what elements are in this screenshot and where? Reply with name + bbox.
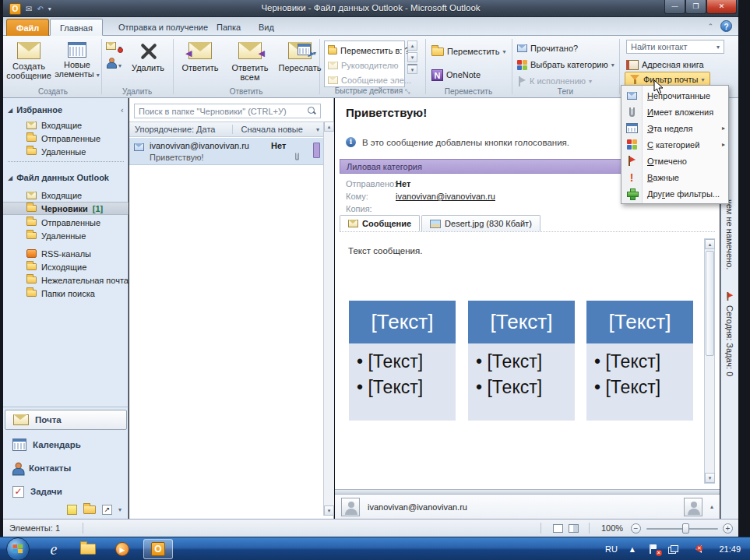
people-pane-splitter[interactable]	[335, 489, 720, 495]
scroll-down-icon[interactable]: ▾	[705, 473, 715, 483]
taskbar-explorer-icon[interactable]	[79, 541, 97, 558]
menu-item-unread[interactable]: Непрочитанные	[621, 87, 728, 104]
recipient-avatar[interactable]	[684, 498, 702, 516]
find-contact-input[interactable]: Найти контакт▾	[626, 40, 724, 54]
reading-view-icon[interactable]	[569, 524, 579, 533]
unread-read-button[interactable]: Прочитано?	[517, 41, 578, 56]
normal-view-icon[interactable]	[553, 524, 563, 533]
help-icon[interactable]: ?	[720, 20, 732, 32]
folder-inbox[interactable]: Входящие	[3, 188, 129, 202]
close-button[interactable]: ✕	[706, 0, 737, 14]
zoom-slider-handle[interactable]	[682, 523, 689, 534]
menu-item-has-attachments[interactable]: Имеет вложения	[621, 104, 728, 120]
quick-step-to-manager[interactable]: Руководителю	[328, 58, 398, 73]
nav-tasks[interactable]: ✓Задачи	[5, 481, 127, 502]
nav-options-icon[interactable]: ▾	[118, 506, 121, 513]
tab-home[interactable]: Главная	[50, 19, 103, 36]
tab-message[interactable]: Сообщение	[340, 215, 420, 231]
scroll-up-icon[interactable]: ▴	[705, 239, 715, 249]
folder-search[interactable]: Папки поиска	[3, 287, 129, 300]
menu-item-categorized[interactable]: С категорией▸	[621, 136, 728, 153]
quick-steps-down-icon[interactable]: ▾	[407, 52, 417, 62]
message-list-scrollbar[interactable]: ▴ ▾	[323, 122, 334, 516]
nav-calendar[interactable]: Календарь	[5, 435, 127, 455]
menu-item-more-filters[interactable]: Другие фильтры...	[621, 185, 728, 202]
fav-sent[interactable]: Отправленные	[3, 132, 129, 145]
fav-deleted[interactable]: Удаленные	[3, 145, 129, 158]
tab-attachment-desert[interactable]: Desert.jpg (830 Кбайт)	[421, 215, 540, 231]
categorize-button[interactable]: Выбрать категорию▾	[517, 57, 614, 72]
reading-scrollbar[interactable]: ▴ ▾	[704, 238, 715, 484]
search-icon[interactable]	[308, 107, 316, 115]
follow-up-button[interactable]: К исполнению▾	[517, 73, 592, 89]
folder-rss[interactable]: RSS-каналы	[3, 247, 129, 260]
sort-by-button[interactable]: Упорядочение: Дата	[129, 125, 215, 134]
message-list-item[interactable]: ivanovivan@ivanovivan.ru Нет Приветствую…	[129, 138, 323, 165]
volume-muted-icon[interactable]: ✕	[695, 537, 702, 560]
sort-direction-icon[interactable]: ▾	[316, 126, 319, 133]
notes-icon[interactable]	[67, 505, 77, 515]
collapse-ribbon-icon[interactable]: ⌃	[707, 23, 713, 30]
reply-button[interactable]: ◀ Ответить	[176, 39, 224, 89]
ignore-button[interactable]: ▾	[106, 42, 121, 51]
shortcuts-icon[interactable]: ↗	[102, 505, 112, 515]
menu-item-important[interactable]: !Важные	[621, 169, 728, 185]
folder-list-icon[interactable]	[83, 505, 96, 514]
folder-deleted[interactable]: Удаленные	[3, 229, 129, 242]
menu-item-flagged[interactable]: Отмечено	[621, 153, 728, 169]
block-sender-button[interactable]: ▾	[106, 58, 121, 69]
new-email-button[interactable]: Создать сообщение	[5, 39, 53, 89]
zoom-out-icon[interactable]: −	[631, 523, 641, 534]
taskbar-ie-icon[interactable]: e	[45, 541, 62, 558]
quick-steps-up-icon[interactable]: ▴	[407, 41, 417, 51]
quick-step-team-email[interactable]: Сообщение эле...	[328, 72, 411, 88]
scrollbar-thumb[interactable]	[706, 251, 714, 356]
folder-junk[interactable]: Нежелательная почта	[3, 273, 129, 287]
menu-item-this-week[interactable]: Эта неделя▸	[621, 120, 728, 136]
tab-send-receive[interactable]: Отправка и получение	[109, 19, 217, 36]
to-value-link[interactable]: ivanovivan@ivanovivan.ru	[396, 192, 495, 201]
search-input[interactable]: Поиск в папке "Черновики" (CTRL+У)	[134, 104, 321, 118]
meeting-button[interactable]: ▾	[298, 44, 316, 57]
folder-sent[interactable]: Отправленные	[3, 216, 129, 229]
tray-expand-icon[interactable]: ▲	[630, 537, 635, 560]
restore-button[interactable]: ❐	[685, 0, 706, 14]
category-color-box[interactable]	[313, 143, 320, 158]
move-button[interactable]: Переместить▾	[431, 44, 505, 59]
scroll-down-icon[interactable]: ▾	[324, 505, 334, 516]
zoom-in-icon[interactable]: +	[723, 523, 733, 534]
sort-order-button[interactable]: Сначала новые	[232, 125, 302, 134]
scroll-up-icon[interactable]: ▴	[324, 122, 334, 132]
language-indicator[interactable]: RU	[605, 537, 618, 560]
datafile-header[interactable]: ◢Файл данных Outlook	[8, 171, 109, 184]
new-items-button[interactable]: Новые элементы ▾	[53, 39, 101, 89]
taskbar-wmp-icon[interactable]: ▶	[114, 541, 131, 558]
zoom-level[interactable]: 100%	[601, 523, 623, 533]
address-book-button[interactable]: Адресная книга	[626, 57, 704, 72]
tab-file[interactable]: Файл	[6, 19, 49, 36]
fav-inbox[interactable]: Входящие	[3, 118, 129, 132]
reply-arrow-icon: ◀	[185, 48, 192, 58]
taskbar-outlook-button-active[interactable]: O	[143, 539, 173, 559]
quick-step-move-to[interactable]: Переместить в: ?	[328, 43, 410, 58]
start-button[interactable]	[6, 537, 30, 560]
minimize-navpane-icon[interactable]: ‹	[121, 105, 124, 115]
onenote-button[interactable]: NOneNote	[431, 67, 481, 83]
folder-drafts-selected[interactable]: Черновики[1]	[3, 202, 129, 215]
action-center-icon[interactable]: ✕	[650, 537, 658, 560]
network-icon[interactable]	[668, 537, 678, 560]
minimize-button[interactable]: —	[664, 0, 685, 14]
nav-mail[interactable]: Почта	[5, 410, 127, 430]
sender-avatar[interactable]	[341, 498, 360, 516]
unread-envelope-icon	[627, 92, 637, 100]
nav-contacts[interactable]: Контакты	[5, 458, 127, 478]
tab-folder[interactable]: Папка	[207, 19, 250, 36]
dialog-launcher-icon[interactable]: ⤡	[405, 88, 410, 95]
people-pane-collapse-icon[interactable]: ▴	[710, 503, 713, 510]
quick-steps-more-icon[interactable]: ▾	[407, 64, 417, 74]
tab-view[interactable]: Вид	[249, 19, 283, 36]
reply-all-button[interactable]: ◀ Ответить всем	[226, 39, 274, 89]
favorites-header[interactable]: ◢Избранное ‹	[8, 104, 124, 116]
folder-outbox[interactable]: Исходящие	[3, 260, 129, 273]
delete-button[interactable]: Удалить	[126, 39, 170, 89]
